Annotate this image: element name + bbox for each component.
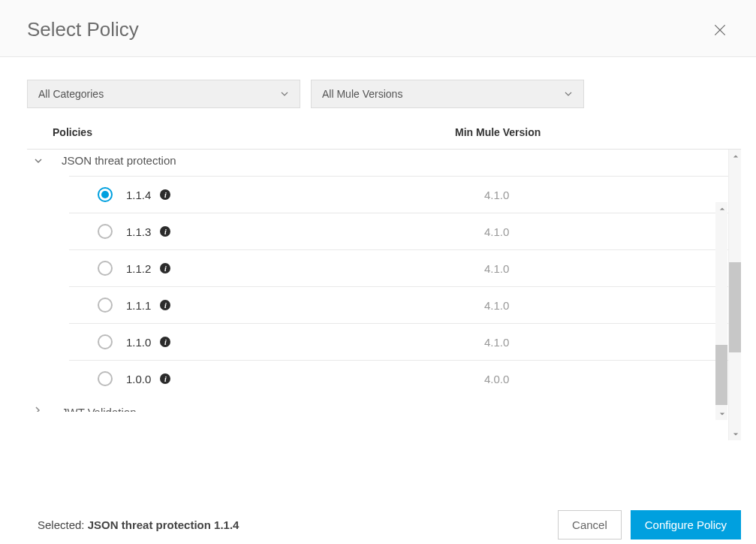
version-radio[interactable] xyxy=(98,224,113,239)
version-row[interactable]: 1.1.1 i 4.1.0 xyxy=(69,286,732,323)
policy-group-label: JWT Validation xyxy=(62,406,137,412)
min-version: 4.1.0 xyxy=(477,189,732,201)
scroll-arrow-down-icon[interactable] xyxy=(729,428,741,440)
chevron-down-icon xyxy=(564,89,573,98)
filter-row: All Categories All Mule Versions xyxy=(0,57,756,120)
version-label: 1.0.0 xyxy=(126,373,151,385)
info-icon[interactable]: i xyxy=(160,337,170,347)
min-version: 4.1.0 xyxy=(477,262,732,275)
version-row[interactable]: 1.1.2 i 4.1.0 xyxy=(69,249,732,286)
scroll-arrow-up-icon[interactable] xyxy=(729,150,741,162)
scroll-arrow-down-icon[interactable] xyxy=(715,407,728,420)
version-radio[interactable] xyxy=(98,334,113,349)
min-version: 4.0.0 xyxy=(477,373,732,385)
min-version: 4.1.0 xyxy=(477,336,732,349)
header-min-version: Min Mule Version xyxy=(455,126,729,138)
version-label: 1.1.1 xyxy=(126,299,151,312)
inner-scrollbar[interactable] xyxy=(715,202,727,420)
policy-group-jwt[interactable]: JWT Validation xyxy=(27,397,741,412)
table-header: Policies Min Mule Version xyxy=(0,120,756,149)
selected-label: Selected: xyxy=(38,518,88,531)
configure-policy-button[interactable]: Configure Policy xyxy=(631,510,741,539)
info-icon[interactable]: i xyxy=(160,263,170,274)
min-version: 4.1.0 xyxy=(477,299,732,312)
info-icon[interactable]: i xyxy=(160,373,170,384)
version-list: 1.1.4 i 4.1.0 1.1.3 i 4.1.0 1.1.2 i 4.1.… xyxy=(69,176,732,397)
select-policy-modal: Select Policy All Categories All Mule Ve… xyxy=(0,0,756,544)
version-row[interactable]: 1.0.0 i 4.0.0 xyxy=(69,360,732,397)
policy-list-container: IP Whitelist JSON threat protection 1.1.… xyxy=(27,149,741,440)
footer-buttons: Cancel Configure Policy xyxy=(558,510,741,539)
version-radio[interactable] xyxy=(98,298,113,313)
mule-version-dropdown[interactable]: All Mule Versions xyxy=(311,80,584,108)
scroll-arrow-up-icon[interactable] xyxy=(715,202,728,215)
version-row[interactable]: 1.1.4 i 4.1.0 xyxy=(69,176,732,213)
info-icon[interactable]: i xyxy=(160,300,170,310)
inner-scrollbar-thumb[interactable] xyxy=(715,345,727,405)
cancel-button[interactable]: Cancel xyxy=(558,510,622,539)
version-row[interactable]: 1.1.3 i 4.1.0 xyxy=(69,213,732,249)
version-radio[interactable] xyxy=(98,371,113,386)
min-version: 4.1.0 xyxy=(477,225,732,238)
info-icon[interactable]: i xyxy=(160,226,170,237)
chevron-down-icon xyxy=(33,156,44,165)
close-icon xyxy=(712,23,727,38)
close-button[interactable] xyxy=(711,21,729,39)
outer-scrollbar-thumb[interactable] xyxy=(729,262,741,352)
version-label: 1.1.3 xyxy=(126,225,151,238)
mule-version-dropdown-label: All Mule Versions xyxy=(322,88,402,100)
category-dropdown[interactable]: All Categories xyxy=(27,80,300,108)
version-row[interactable]: 1.1.0 i 4.1.0 xyxy=(69,323,732,360)
modal-title: Select Policy xyxy=(27,18,139,41)
category-dropdown-label: All Categories xyxy=(38,88,104,100)
version-radio[interactable] xyxy=(98,187,113,202)
modal-header: Select Policy xyxy=(0,0,756,57)
chevron-down-icon xyxy=(280,89,289,98)
selected-summary: Selected: JSON threat protection 1.1.4 xyxy=(38,518,239,531)
modal-footer: Selected: JSON threat protection 1.1.4 C… xyxy=(0,495,756,544)
policy-group-label: JSON threat protection xyxy=(62,154,176,167)
policy-group-json-threat[interactable]: JSON threat protection xyxy=(27,150,741,176)
info-icon[interactable]: i xyxy=(160,189,170,200)
selected-value: JSON threat protection 1.1.4 xyxy=(88,518,239,531)
header-policies: Policies xyxy=(27,126,455,138)
version-radio[interactable] xyxy=(98,261,113,276)
chevron-right-icon xyxy=(33,406,44,412)
policy-list-scroll[interactable]: IP Whitelist JSON threat protection 1.1.… xyxy=(27,150,741,440)
version-label: 1.1.0 xyxy=(126,336,151,349)
outer-scrollbar[interactable] xyxy=(728,150,741,440)
version-label: 1.1.2 xyxy=(126,262,151,275)
version-label: 1.1.4 xyxy=(126,189,151,201)
